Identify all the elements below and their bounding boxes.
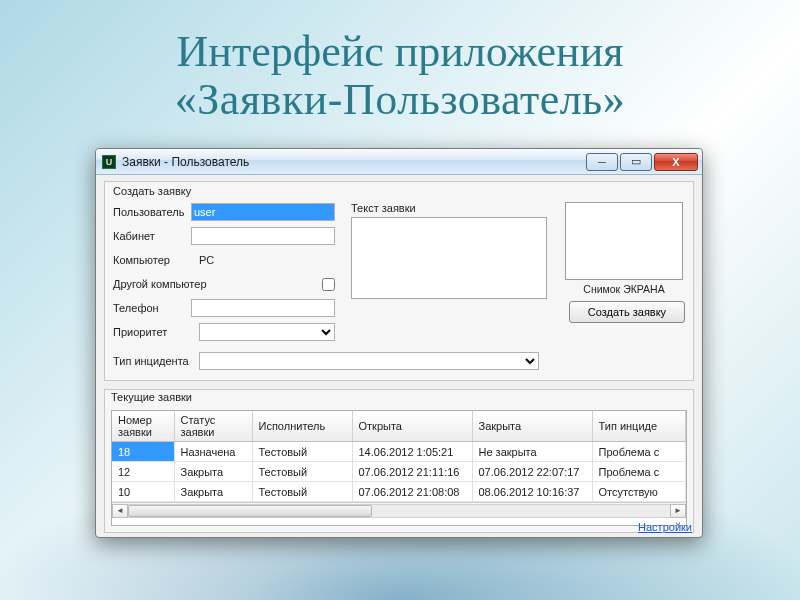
- settings-link[interactable]: Настройки: [638, 521, 692, 533]
- table-row[interactable]: 12 Закрыта Тестовый 07.06.2012 21:11:16 …: [112, 462, 686, 482]
- priority-label: Приоритет: [113, 326, 199, 338]
- titlebar[interactable]: U Заявки - Пользователь ─ ▭ X: [96, 149, 702, 175]
- col-executor[interactable]: Исполнитель: [252, 411, 352, 442]
- ticket-text-input[interactable]: [351, 217, 547, 299]
- current-tickets-group: Текущие заявки Номер заявки Статус заявк…: [104, 389, 694, 533]
- scroll-right-icon[interactable]: ►: [670, 504, 686, 518]
- create-ticket-legend: Создать заявку: [113, 185, 685, 197]
- col-closed[interactable]: Закрыта: [472, 411, 592, 442]
- minimize-button[interactable]: ─: [586, 153, 618, 171]
- table-header-row: Номер заявки Статус заявки Исполнитель О…: [112, 411, 686, 442]
- col-type[interactable]: Тип инциде: [592, 411, 686, 442]
- scroll-left-icon[interactable]: ◄: [112, 504, 128, 518]
- current-tickets-legend: Текущие заявки: [111, 391, 687, 403]
- screenshot-box[interactable]: [565, 202, 683, 280]
- ticket-text-label: Текст заявки: [351, 202, 547, 214]
- phone-label: Телефон: [113, 302, 191, 314]
- app-window: U Заявки - Пользователь ─ ▭ X Создать за…: [95, 148, 703, 538]
- tickets-table-wrap: Номер заявки Статус заявки Исполнитель О…: [111, 410, 687, 526]
- computer-value: PC: [199, 254, 335, 266]
- table-row[interactable]: 18 Назначена Тестовый 14.06.2012 1:05:21…: [112, 442, 686, 462]
- screenshot-label: Снимок ЭКРАНА: [583, 283, 664, 295]
- slide-title: Интерфейс приложения «Заявки-Пользовател…: [0, 0, 800, 123]
- computer-label: Компьютер: [113, 254, 199, 266]
- col-opened[interactable]: Открыта: [352, 411, 472, 442]
- slide-title-line2: «Заявки-Пользователь»: [0, 76, 800, 124]
- slide-title-line1: Интерфейс приложения: [0, 28, 800, 76]
- col-status[interactable]: Статус заявки: [174, 411, 252, 442]
- horizontal-scrollbar[interactable]: ◄ ►: [112, 502, 686, 518]
- close-button[interactable]: X: [654, 153, 698, 171]
- incident-type-select[interactable]: [199, 352, 539, 370]
- scroll-track[interactable]: [128, 504, 670, 518]
- create-ticket-button[interactable]: Создать заявку: [569, 301, 685, 323]
- window-title: Заявки - Пользователь: [122, 155, 586, 169]
- phone-input[interactable]: [191, 299, 335, 317]
- other-computer-checkbox[interactable]: [322, 278, 335, 291]
- priority-select[interactable]: [199, 323, 335, 341]
- tickets-table: Номер заявки Статус заявки Исполнитель О…: [112, 411, 686, 502]
- window-client-area: Создать заявку Пользователь Кабинет Комп…: [96, 175, 702, 537]
- col-number[interactable]: Номер заявки: [112, 411, 174, 442]
- window-control-buttons: ─ ▭ X: [586, 153, 698, 171]
- room-label: Кабинет: [113, 230, 191, 242]
- room-input[interactable]: [191, 227, 335, 245]
- table-row[interactable]: 10 Закрыта Тестовый 07.06.2012 21:08:08 …: [112, 482, 686, 502]
- scroll-thumb[interactable]: [128, 505, 372, 517]
- user-label: Пользователь: [113, 206, 191, 218]
- other-computer-label: Другой компьютер: [113, 278, 322, 290]
- create-ticket-group: Создать заявку Пользователь Кабинет Комп…: [104, 181, 694, 381]
- incident-type-label: Тип инцидента: [113, 355, 199, 367]
- slide-background: Интерфейс приложения «Заявки-Пользовател…: [0, 0, 800, 600]
- user-input[interactable]: [191, 203, 335, 221]
- app-icon: U: [102, 155, 116, 169]
- maximize-button[interactable]: ▭: [620, 153, 652, 171]
